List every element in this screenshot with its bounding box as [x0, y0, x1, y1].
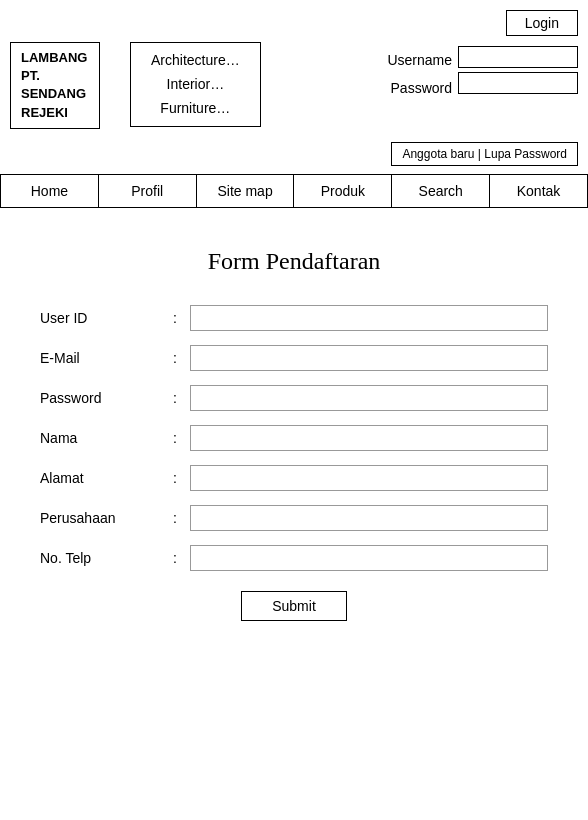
form-row-notelp: No. Telp : [40, 545, 548, 571]
form-row-nama: Nama : [40, 425, 548, 451]
colon-alamat: : [160, 470, 190, 486]
form-row-alamat: Alamat : [40, 465, 548, 491]
form-row-password: Password : [40, 385, 548, 411]
nav-item-kontak[interactable]: Kontak [490, 175, 588, 207]
input-password[interactable] [190, 385, 548, 411]
form-section: Form Pendaftaran User ID : E-Mail : Pass… [0, 208, 588, 651]
menu-text: Architecture…Interior…Furniture… [151, 52, 240, 116]
username-password-labels: Username Password [387, 46, 452, 102]
label-notelp: No. Telp [40, 550, 160, 566]
nav-item-profil[interactable]: Profil [99, 175, 197, 207]
nav-bar: Home Profil Site map Produk Search Konta… [0, 174, 588, 208]
label-password: Password [40, 390, 160, 406]
label-nama: Nama [40, 430, 160, 446]
input-email[interactable] [190, 345, 548, 371]
nav-item-search[interactable]: Search [392, 175, 490, 207]
submit-button[interactable]: Submit [241, 591, 347, 621]
label-email: E-Mail [40, 350, 160, 366]
input-nama[interactable] [190, 425, 548, 451]
label-perusahaan: Perusahaan [40, 510, 160, 526]
form-title: Form Pendaftaran [40, 248, 548, 275]
input-userid[interactable] [190, 305, 548, 331]
form-row-userid: User ID : [40, 305, 548, 331]
colon-nama: : [160, 430, 190, 446]
header-main: LAMBANGPT.SENDANGREJEKI Architecture…Int… [10, 42, 578, 129]
logo-box: LAMBANGPT.SENDANGREJEKI [10, 42, 100, 129]
sub-links-row: Anggota baru | Lupa Password [0, 134, 588, 170]
login-button[interactable]: Login [506, 10, 578, 36]
colon-notelp: : [160, 550, 190, 566]
input-notelp[interactable] [190, 545, 548, 571]
sub-links-box[interactable]: Anggota baru | Lupa Password [391, 142, 578, 166]
header: Login LAMBANGPT.SENDANGREJEKI Architectu… [0, 0, 588, 134]
menu-box: Architecture…Interior…Furniture… [130, 42, 261, 127]
input-alamat[interactable] [190, 465, 548, 491]
login-btn-wrap: Login [10, 10, 578, 36]
password-input[interactable] [458, 72, 578, 94]
form-row-email: E-Mail : [40, 345, 548, 371]
submit-row: Submit [40, 591, 548, 621]
form-row-perusahaan: Perusahaan : [40, 505, 548, 531]
nav-item-sitemap[interactable]: Site map [197, 175, 295, 207]
logo-text: LAMBANGPT.SENDANGREJEKI [21, 50, 87, 120]
password-label: Password [391, 80, 452, 96]
label-alamat: Alamat [40, 470, 160, 486]
nav-item-home[interactable]: Home [0, 175, 99, 207]
login-inputs-col [458, 46, 578, 94]
colon-userid: : [160, 310, 190, 326]
username-label: Username [387, 52, 452, 68]
login-fields: Username Password [387, 42, 578, 102]
login-fields-rows: Username Password [387, 46, 578, 102]
colon-password: : [160, 390, 190, 406]
label-userid: User ID [40, 310, 160, 326]
username-input[interactable] [458, 46, 578, 68]
nav-item-produk[interactable]: Produk [294, 175, 392, 207]
input-perusahaan[interactable] [190, 505, 548, 531]
colon-email: : [160, 350, 190, 366]
colon-perusahaan: : [160, 510, 190, 526]
